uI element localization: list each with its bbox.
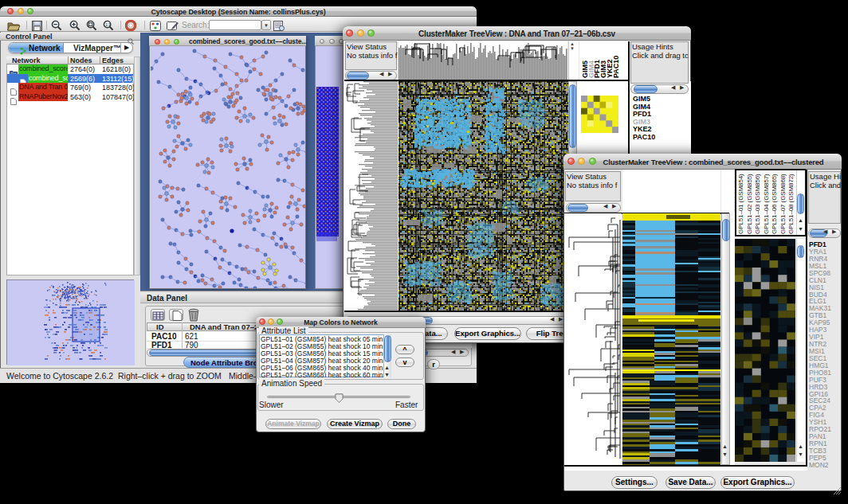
svg-text:1:1: 1:1 [105,22,111,27]
